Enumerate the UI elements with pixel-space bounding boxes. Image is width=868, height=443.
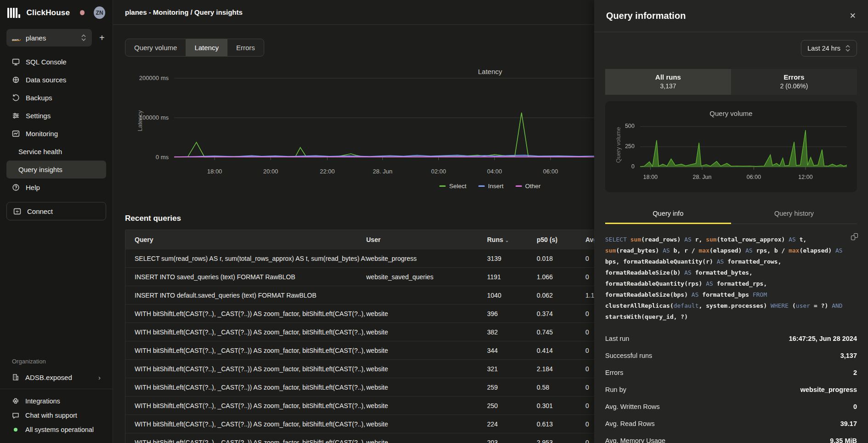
stat-key: Last run [605, 335, 629, 342]
query-volume-chart: Query volume Query volume 0250500 18:002… [605, 101, 857, 192]
panel-title: Query information [606, 11, 686, 21]
stat-value: 2 [853, 369, 857, 376]
stat-key: Successful runs [605, 352, 652, 359]
cell-query: WITH bitShiftLeft(CAST(?..), _CAST(?..))… [135, 402, 366, 409]
cell-p50: 2.184 [537, 365, 585, 373]
runs-tab-group: All runs3,137Errors2 (0.06%) [605, 69, 857, 95]
sidebar-item-data-sources[interactable]: Data sources [6, 71, 106, 89]
stat-row: Avg. Memory Usage9.35 MiB [605, 432, 857, 443]
info-tab-query-history[interactable]: Query history [731, 204, 857, 224]
add-service-button[interactable]: + [96, 33, 108, 43]
sidebar-item-help[interactable]: Help [6, 178, 106, 196]
query-volume-plot[interactable] [640, 124, 847, 170]
tab-query-volume[interactable]: Query volume [125, 39, 186, 56]
breadcrumb: planes - Monitoring / Query insights [125, 8, 243, 16]
sidebar-item-sql-console[interactable]: SQL Console [6, 53, 106, 71]
runs-tab-all-runs[interactable]: All runs3,137 [605, 69, 731, 95]
footer-item-integrations[interactable]: Integrations [6, 394, 106, 408]
x-tick-label: 02:00 [431, 168, 446, 175]
settings-icon [12, 112, 20, 120]
time-range-select[interactable]: Last 24 hrs [801, 40, 857, 57]
cell-user: website_saved_queries [366, 273, 487, 281]
column-header-runs[interactable]: Runs⌄ [487, 236, 537, 243]
info-tab-query-info[interactable]: Query info [605, 204, 731, 224]
cell-user: website_progress [366, 255, 487, 262]
cell-p50: 2.953 [537, 439, 585, 443]
cell-p50: 0.374 [537, 310, 585, 317]
stat-key: Errors [605, 369, 623, 376]
stat-value: 9.35 MiB [830, 437, 857, 443]
cell-user: website [366, 402, 487, 409]
stat-value: 3,137 [840, 352, 857, 359]
y-tick-label: 0 ms [128, 154, 169, 161]
chevron-updown-icon [845, 45, 851, 52]
cell-user: website [366, 347, 487, 354]
sidebar-item-query-insights[interactable]: Query insights [6, 161, 106, 178]
system-status[interactable]: All systems operational [6, 422, 106, 437]
cell-p50: 0.58 [537, 384, 585, 391]
sidebar-item-settings[interactable]: Settings [6, 107, 106, 125]
service-selector[interactable]: aws planes [6, 29, 92, 46]
organization-item[interactable]: ADSB.exposed › [6, 368, 106, 386]
column-header-query[interactable]: Query [135, 236, 366, 243]
stat-row: Avg. Read Rows39.17 [605, 415, 857, 432]
runs-tab-label: Errors [731, 73, 857, 81]
cell-query: INSERT INTO saved_queries (text) FORMAT … [135, 273, 366, 281]
organization-name: ADSB.exposed [25, 374, 72, 381]
clickhouse-logo-icon [7, 8, 20, 18]
cell-runs: 396 [487, 310, 537, 317]
cell-query: INSERT INTO default.saved_queries (text)… [135, 292, 366, 299]
chevron-right-icon: › [98, 374, 101, 381]
avatar[interactable]: ZN [94, 6, 105, 19]
cell-query: SELECT sum(read_rows) AS r, sum(total_ro… [135, 255, 366, 262]
y-tick-label: 100000 ms [128, 114, 169, 121]
sidebar-item-label: Help [26, 184, 40, 191]
x-tick-label: 20:00 [263, 168, 278, 175]
stat-row: Last run16:47:25, Jun 28 2024 [605, 330, 857, 347]
cell-runs: 259 [487, 384, 537, 391]
stat-key: Avg. Written Rows [605, 403, 660, 410]
y-tick-label: 500 [619, 123, 635, 129]
brand-row: ClickHouse ZN [0, 0, 113, 23]
organization-section-label: Organization [6, 355, 106, 368]
monitoring-icon [12, 130, 20, 138]
sidebar-item-label: Query insights [18, 166, 62, 173]
footer-item-label: Integrations [25, 397, 60, 405]
cell-query: WITH bitShiftLeft(CAST(?..), _CAST(?..))… [135, 439, 366, 443]
stat-row: Errors2 [605, 364, 857, 381]
connect-button[interactable]: Connect [6, 202, 106, 220]
column-header-p50-s-[interactable]: p50 (s) [537, 236, 585, 243]
cell-query: WITH bitShiftLeft(CAST(?..), _CAST(?..))… [135, 328, 366, 336]
stat-key: Avg. Memory Usage [605, 437, 665, 443]
sidebar-item-monitoring[interactable]: Monitoring [6, 125, 106, 143]
sidebar: ClickHouse ZN aws planes + SQL ConsoleDa… [0, 0, 113, 443]
footer-item-chat-with-support[interactable]: Chat with support [6, 408, 106, 422]
x-tick-label: 04:00 [487, 168, 502, 175]
mini-chart-title: Query volume [605, 109, 857, 117]
sidebar-item-service-health[interactable]: Service health [6, 143, 106, 161]
column-header-user[interactable]: User [366, 236, 487, 243]
legend-item-select[interactable]: Select [439, 183, 466, 190]
y-tick-label: 250 [619, 143, 635, 150]
runs-tab-label: All runs [605, 73, 731, 81]
x-tick-label: 22:00 [320, 168, 335, 175]
cell-p50: 0.613 [537, 420, 585, 428]
runs-tab-errors[interactable]: Errors2 (0.06%) [731, 69, 857, 95]
runs-tab-value: 2 (0.06%) [731, 82, 857, 90]
stat-key: Run by [605, 386, 626, 393]
stat-value: 0 [853, 403, 857, 410]
legend-item-insert[interactable]: Insert [478, 183, 504, 190]
query-information-panel: Query information ✕ Last 24 hrs All runs… [594, 0, 868, 443]
sidebar-item-backups[interactable]: Backups [6, 89, 106, 107]
chart-tab-group: Query volumeLatencyErrors [125, 39, 264, 57]
cell-p50: 0.062 [537, 292, 585, 299]
copy-icon[interactable] [851, 233, 858, 240]
tab-latency[interactable]: Latency [186, 39, 227, 56]
legend-item-other[interactable]: Other [516, 183, 541, 190]
cell-p50: 0.745 [537, 328, 585, 336]
time-range-value: Last 24 hrs [807, 45, 840, 52]
tab-errors[interactable]: Errors [227, 39, 264, 56]
stat-row: Successful runs3,137 [605, 347, 857, 364]
info-tab-group: Query infoQuery history [605, 204, 857, 224]
close-icon[interactable]: ✕ [850, 12, 856, 20]
